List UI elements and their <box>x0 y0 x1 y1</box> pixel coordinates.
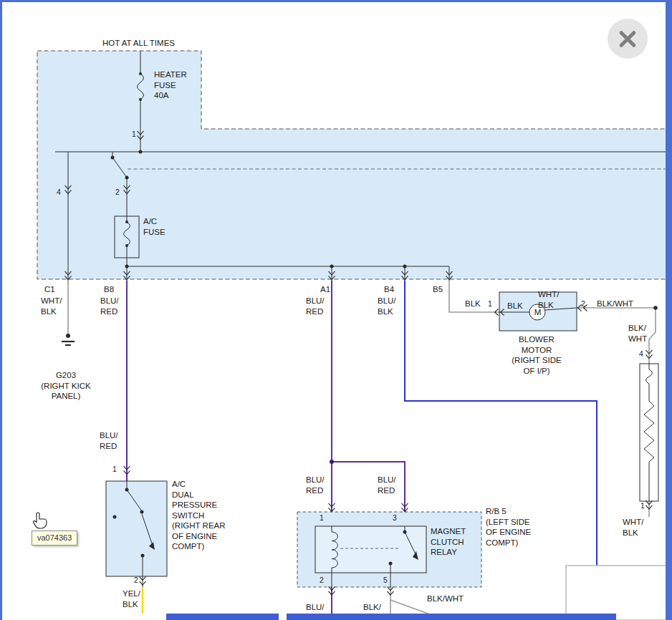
wire-blk-wht-color: BLK/WHT <box>427 594 464 604</box>
wire-c1-color: WHT/ BLK <box>41 296 62 316</box>
wire-resistor-out-color: WHT/ BLK <box>623 517 643 538</box>
bottom-right-box <box>566 566 671 620</box>
pin-2: 2 <box>115 187 120 198</box>
wire-yel-blk-color: YEL/ BLK <box>123 588 140 609</box>
wire-blower-in-color: BLK <box>465 299 481 309</box>
pin-resistor-1: 1 <box>640 500 645 511</box>
pin-heater-fuse-1: 1 <box>132 129 136 140</box>
wire-relay2-out-color: BLU/ <box>306 602 325 613</box>
wire-resistor-in-color: BLK/ WHT <box>628 323 647 344</box>
vertical-scrollbar[interactable] <box>666 0 672 620</box>
window-border-top <box>0 0 672 2</box>
wire-relay5-out-color: BLK/ <box>363 602 381 613</box>
connector-b4: B4 <box>384 284 394 295</box>
label-blower-wht-blk: WHT/ BLK <box>538 289 559 310</box>
diagram-viewer: HOT AT ALL TIMES HEATER FUSE 40A 1 4 2 A… <box>0 0 672 620</box>
label-heater-fuse: HEATER FUSE 40A <box>154 69 187 101</box>
label-pressure-switch: A/C DUAL PRESSURE SWITCH (RIGHT REAR OF … <box>172 479 226 552</box>
close-button[interactable] <box>608 19 648 59</box>
label-blower-motor: BLOWER MOTOR (RIGHT SIDE OF I/P) <box>493 334 580 376</box>
wire-b8-color: BLU/ RED <box>100 296 119 316</box>
connector-b5: B5 <box>433 284 443 295</box>
pin-relay-2: 2 <box>320 575 324 586</box>
label-relay: MAGNET CLUTCH RELAY <box>431 526 466 558</box>
pin-resistor-4: 4 <box>639 349 643 359</box>
label-blower-blk: BLK <box>507 301 523 311</box>
pin-relay-3: 3 <box>393 513 397 523</box>
cursor-hand-icon <box>30 511 47 533</box>
pin-4: 4 <box>57 187 61 198</box>
wire-relay3-color: BLU/ RED <box>378 475 396 495</box>
window-border-left <box>0 0 2 620</box>
pin-relay-1: 1 <box>320 513 324 523</box>
tooltip: va074363 <box>32 531 77 546</box>
label-ac-fuse: A/C FUSE <box>143 216 165 237</box>
pin-pressure-switch-1: 1 <box>112 464 117 475</box>
pin-relay-5: 5 <box>383 575 388 586</box>
label-hot-at-all-times: HOT AT ALL TIMES <box>102 38 175 49</box>
fuse-box-region <box>37 51 669 279</box>
wire-relay1-color: BLU/ RED <box>306 475 325 495</box>
wire-a1-color: BLU/ RED <box>306 296 325 316</box>
bottom-bar-segment <box>166 614 279 620</box>
wire-b8-color-2: BLU/ RED <box>100 430 118 451</box>
pressure-switch <box>106 481 167 587</box>
label-relay-location: R/B 5 (LEFT SIDE OF ENGINE COMPT) <box>486 506 531 548</box>
connector-b8: B8 <box>104 284 114 295</box>
wire-blower-out-color: BLK/WHT <box>597 299 633 309</box>
wire-b4-color: BLU/ BLK <box>378 296 396 316</box>
pin-blower-2: 2 <box>581 299 585 309</box>
label-ground-g203: G203 (RIGHT KICK PANEL) <box>30 370 102 402</box>
pin-blower-1: 1 <box>488 299 492 309</box>
connector-c1: C1 <box>44 284 55 295</box>
ground-g203 <box>62 334 75 345</box>
pin-pressure-switch-2: 2 <box>134 575 138 586</box>
connector-a1: A1 <box>320 284 330 295</box>
bottom-bar-segment <box>287 614 616 620</box>
